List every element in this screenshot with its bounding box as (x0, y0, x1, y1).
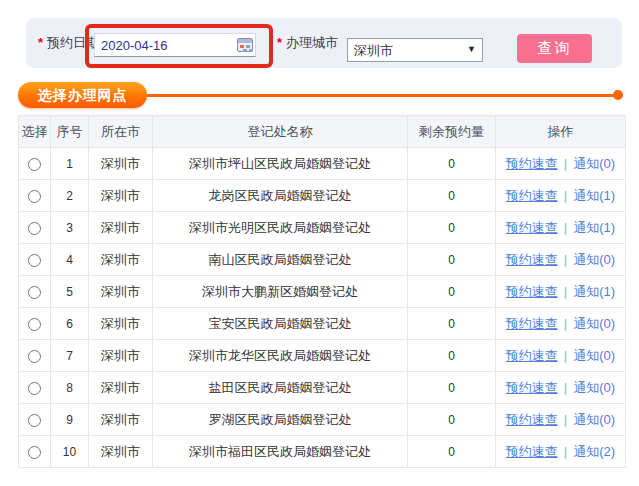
table-row: 6 深圳市 宝安区民政局婚姻登记处 0 预约速查|通知(0) (19, 308, 626, 340)
quick-check-link[interactable]: 预约速查 (506, 156, 558, 171)
column-header-city: 所在市 (89, 116, 153, 148)
table-row: 10 深圳市 深圳市福田区民政局婚姻登记处 0 预约速查|通知(2) (19, 436, 626, 468)
row-number: 10 (51, 436, 89, 468)
link-separator: | (564, 380, 567, 395)
quick-check-link[interactable]: 预约速查 (506, 220, 558, 235)
table-row: 1 深圳市 深圳市坪山区民政局婚姻登记处 0 预约速查|通知(0) (19, 148, 626, 180)
row-city: 深圳市 (89, 308, 153, 340)
notify-link[interactable]: 通知(0) (573, 156, 615, 171)
quick-check-link[interactable]: 预约速查 (506, 252, 558, 267)
row-remaining-count: 0 (408, 148, 496, 180)
row-remaining-count: 0 (408, 308, 496, 340)
link-separator: | (564, 156, 567, 171)
row-city: 深圳市 (89, 148, 153, 180)
appointment-page: *预约日期 *办理城市 深圳市 ▼ 查询 选择办理网点 选择 序号 所在市 登记… (0, 0, 639, 486)
section-title-badge: 选择办理网点 (18, 82, 147, 108)
notify-link[interactable]: 通知(1) (573, 220, 615, 235)
row-registry-name: 罗湖区民政局婚姻登记处 (153, 404, 408, 436)
row-remaining-count: 0 (408, 340, 496, 372)
row-number: 3 (51, 212, 89, 244)
table-row: 5 深圳市 深圳市大鹏新区婚姻登记处 0 预约速查|通知(1) (19, 276, 626, 308)
required-marker: * (38, 35, 43, 50)
quick-check-link[interactable]: 预约速查 (506, 316, 558, 331)
quick-check-link[interactable]: 预约速查 (506, 380, 558, 395)
table-row: 9 深圳市 罗湖区民政局婚姻登记处 0 预约速查|通知(0) (19, 404, 626, 436)
site-radio[interactable] (28, 158, 41, 171)
row-registry-name: 深圳市龙华区民政局婚姻登记处 (153, 340, 408, 372)
link-separator: | (564, 188, 567, 203)
table-row: 2 深圳市 龙岗区民政局婚姻登记处 0 预约速查|通知(1) (19, 180, 626, 212)
row-registry-name: 宝安区民政局婚姻登记处 (153, 308, 408, 340)
row-city: 深圳市 (89, 436, 153, 468)
column-header-registry: 登记处名称 (153, 116, 408, 148)
required-marker: * (277, 35, 282, 50)
row-number: 1 (51, 148, 89, 180)
column-header-actions: 操作 (496, 116, 626, 148)
row-registry-name: 深圳市大鹏新区婚姻登记处 (153, 276, 408, 308)
notify-link[interactable]: 通知(1) (573, 188, 615, 203)
row-city: 深圳市 (89, 404, 153, 436)
row-remaining-count: 0 (408, 244, 496, 276)
city-select[interactable]: 深圳市 (347, 38, 483, 62)
notify-link[interactable]: 通知(0) (573, 348, 615, 363)
appointment-date-input[interactable] (94, 33, 256, 57)
link-separator: | (564, 316, 567, 331)
quick-check-link[interactable]: 预约速查 (506, 284, 558, 299)
table-row: 3 深圳市 深圳市光明区民政局婚姻登记处 0 预约速查|通知(1) (19, 212, 626, 244)
site-radio[interactable] (28, 222, 41, 235)
link-separator: | (564, 348, 567, 363)
link-separator: | (564, 284, 567, 299)
table-header-row: 选择 序号 所在市 登记处名称 剩余预约量 操作 (19, 116, 626, 148)
column-header-select: 选择 (19, 116, 51, 148)
row-number: 5 (51, 276, 89, 308)
quick-check-link[interactable]: 预约速查 (506, 348, 558, 363)
column-header-number: 序号 (51, 116, 89, 148)
row-remaining-count: 0 (408, 212, 496, 244)
row-registry-name: 深圳市福田区民政局婚姻登记处 (153, 436, 408, 468)
link-separator: | (564, 252, 567, 267)
row-number: 6 (51, 308, 89, 340)
table-row: 4 深圳市 南山区民政局婚姻登记处 0 预约速查|通知(0) (19, 244, 626, 276)
row-registry-name: 深圳市坪山区民政局婚姻登记处 (153, 148, 408, 180)
row-number: 9 (51, 404, 89, 436)
row-city: 深圳市 (89, 372, 153, 404)
quick-check-link[interactable]: 预约速查 (506, 444, 558, 459)
notify-link[interactable]: 通知(0) (573, 252, 615, 267)
quick-check-link[interactable]: 预约速查 (506, 188, 558, 203)
row-remaining-count: 0 (408, 372, 496, 404)
query-button[interactable]: 查询 (517, 34, 592, 63)
notify-link[interactable]: 通知(1) (573, 284, 615, 299)
row-registry-name: 龙岗区民政局婚姻登记处 (153, 180, 408, 212)
table-body: 1 深圳市 深圳市坪山区民政局婚姻登记处 0 预约速查|通知(0) 2 深圳市 … (19, 148, 626, 468)
site-radio[interactable] (28, 446, 41, 459)
city-field-label: *办理城市 (277, 18, 338, 68)
date-field-label: *预约日期 (38, 18, 99, 68)
row-remaining-count: 0 (408, 180, 496, 212)
notify-link[interactable]: 通知(0) (573, 380, 615, 395)
table-row: 8 深圳市 盐田区民政局婚姻登记处 0 预约速查|通知(0) (19, 372, 626, 404)
row-city: 深圳市 (89, 340, 153, 372)
row-city: 深圳市 (89, 244, 153, 276)
link-separator: | (564, 412, 567, 427)
row-number: 4 (51, 244, 89, 276)
site-radio[interactable] (28, 414, 41, 427)
notify-link[interactable]: 通知(0) (573, 412, 615, 427)
site-radio[interactable] (28, 190, 41, 203)
row-city: 深圳市 (89, 276, 153, 308)
site-radio[interactable] (28, 382, 41, 395)
row-registry-name: 盐田区民政局婚姻登记处 (153, 372, 408, 404)
section-divider-line (140, 94, 618, 97)
quick-check-link[interactable]: 预约速查 (506, 412, 558, 427)
table-row: 7 深圳市 深圳市龙华区民政局婚姻登记处 0 预约速查|通知(0) (19, 340, 626, 372)
row-city: 深圳市 (89, 180, 153, 212)
calendar-icon[interactable] (237, 38, 253, 52)
notify-link[interactable]: 通知(0) (573, 316, 615, 331)
column-header-remaining: 剩余预约量 (408, 116, 496, 148)
site-radio[interactable] (28, 318, 41, 331)
registry-sites-table: 选择 序号 所在市 登记处名称 剩余预约量 操作 1 深圳市 深圳市坪山区民政局… (18, 115, 626, 468)
site-radio[interactable] (28, 350, 41, 363)
notify-link[interactable]: 通知(2) (573, 444, 615, 459)
site-radio[interactable] (28, 286, 41, 299)
section-divider-dot (613, 90, 623, 100)
site-radio[interactable] (28, 254, 41, 267)
